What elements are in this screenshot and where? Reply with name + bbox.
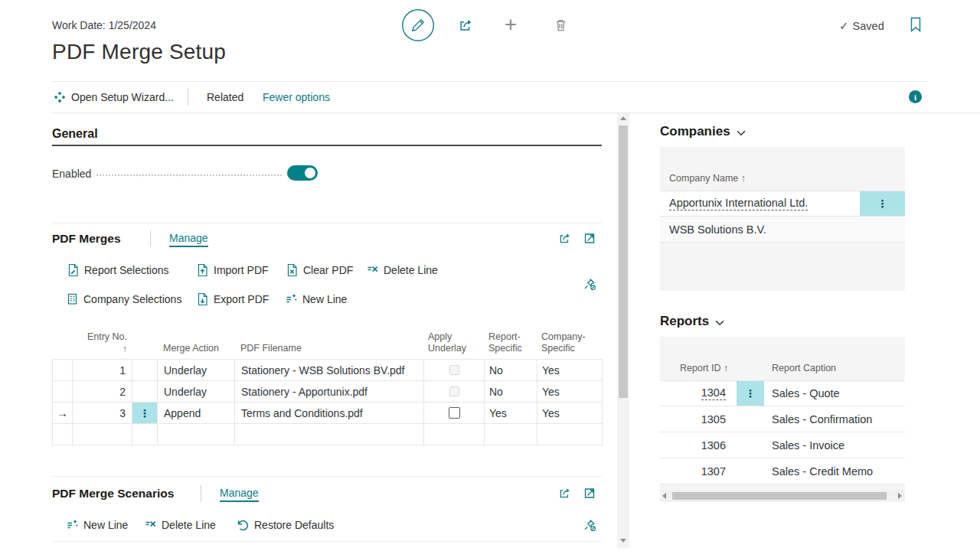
empty-cell[interactable] xyxy=(158,424,235,445)
report-specific-link[interactable]: No xyxy=(485,381,537,403)
entry-no-cell[interactable]: 3 xyxy=(73,403,132,424)
column-row-menu xyxy=(132,324,157,358)
toolbar-bottom-border xyxy=(52,112,980,113)
reports-heading[interactable]: Reports xyxy=(660,314,724,329)
scroll-down-arrow-icon[interactable] xyxy=(620,539,626,543)
report-specific-link[interactable]: Yes xyxy=(485,403,537,424)
pdf-merges-manage-tab[interactable]: Manage xyxy=(169,232,208,247)
report-caption-text: Sales - Quote xyxy=(772,381,840,406)
scenarios-pin-button[interactable] xyxy=(583,518,596,532)
edit-button[interactable] xyxy=(401,8,435,42)
delete-button[interactable] xyxy=(553,17,569,33)
company-specific-link[interactable]: Yes xyxy=(537,403,603,424)
row-indicator-cell xyxy=(53,360,73,381)
merge-action-cell[interactable]: Underlay xyxy=(158,381,235,403)
entry-no-cell[interactable]: 2 xyxy=(73,381,132,403)
merge-action-cell[interactable]: Underlay xyxy=(158,360,235,381)
delete-line-button[interactable]: Delete Line xyxy=(366,263,438,276)
pdf-merge-setup-page: Work Date: 1/25/2024 + ✓ Saved PDF Merge… xyxy=(0,0,980,551)
report-row[interactable]: 1307 Sales - Credit Memo xyxy=(660,458,905,484)
company-specific-link[interactable]: Yes xyxy=(537,360,603,381)
scenarios-focus-button[interactable] xyxy=(583,486,596,500)
companies-heading[interactable]: Companies xyxy=(660,124,746,139)
company-name-link[interactable]: Apportunix International Ltd. xyxy=(669,197,808,210)
report-row[interactable]: 1306 Sales - Invoice xyxy=(660,432,905,458)
work-date: Work Date: 1/25/2024 xyxy=(52,19,156,31)
company-name-text[interactable]: WSB Solutions B.V. xyxy=(669,223,766,236)
row-indicator-cell xyxy=(53,381,73,403)
report-caption-column-header[interactable]: Report Caption xyxy=(772,363,836,373)
scenarios-manage-tab[interactable]: Manage xyxy=(220,487,259,502)
report-row-menu-button[interactable]: ⋮ xyxy=(737,381,764,406)
info-button[interactable]: i xyxy=(909,90,922,103)
column-report-specific[interactable]: Report-Specific xyxy=(484,324,537,358)
export-pdf-button[interactable]: Export PDF xyxy=(195,292,269,306)
fewer-options-button[interactable]: Fewer options xyxy=(263,91,330,103)
report-row[interactable]: 1305 Sales - Confirmation xyxy=(660,406,905,432)
clear-pdf-button[interactable]: Clear PDF xyxy=(285,263,353,277)
general-section-heading[interactable]: General xyxy=(52,127,98,141)
apply-underlay-cell xyxy=(424,360,485,381)
share-icon xyxy=(557,486,572,500)
company-row[interactable]: WSB Solutions B.V. xyxy=(660,217,905,243)
report-caption-text: Sales - Confirmation xyxy=(772,406,872,432)
reports-card: Report ID ↑ Report Caption 1304 ⋮ Sales … xyxy=(660,337,905,502)
horizontal-scrollbar-track[interactable] xyxy=(660,490,905,502)
pdf-filename-link[interactable]: Terms and Conditions.pdf xyxy=(235,403,424,424)
pdf-merges-pin-button[interactable] xyxy=(583,277,596,291)
import-pdf-button[interactable]: Import PDF xyxy=(195,263,269,277)
report-row-selected[interactable]: 1304 ⋮ Sales - Quote xyxy=(660,380,905,406)
pdf-filename-link[interactable]: Stationery - Apportunix.pdf xyxy=(235,381,424,403)
column-apply-underlay[interactable]: Apply Underlay xyxy=(423,324,484,358)
scroll-right-arrow-icon[interactable] xyxy=(898,493,902,499)
bookmark-button[interactable] xyxy=(910,17,922,33)
column-company-specific[interactable]: Company-Specific xyxy=(537,324,602,358)
scroll-left-arrow-icon[interactable] xyxy=(662,493,666,499)
scroll-up-arrow-icon[interactable] xyxy=(620,116,626,120)
column-gutter xyxy=(52,324,72,358)
row-indicator-cell: → xyxy=(53,403,73,424)
pdf-merges-share-button[interactable] xyxy=(557,231,572,246)
open-setup-wizard-button[interactable]: Open Setup Wizard... xyxy=(54,91,174,103)
add-button[interactable]: + xyxy=(505,13,517,37)
company-selections-button[interactable]: Company Selections xyxy=(66,292,181,305)
pdf-merges-focus-button[interactable] xyxy=(583,231,596,245)
pdf-filename-link[interactable]: Stationery - WSB Solutions BV.pdf xyxy=(235,360,424,381)
column-merge-action[interactable]: Merge Action xyxy=(157,324,234,358)
share-icon xyxy=(457,17,474,34)
empty-cell[interactable] xyxy=(235,424,424,445)
restore-defaults-button[interactable]: Restore Defaults xyxy=(236,518,334,532)
report-id-link[interactable]: 1304 xyxy=(701,386,726,400)
scenarios-new-line-button[interactable]: New Line xyxy=(66,518,128,531)
company-row-selected[interactable]: Apportunix International Ltd. ⋮ xyxy=(660,191,905,217)
empty-cell xyxy=(132,424,158,445)
company-name-column-header[interactable]: Company Name ↑ xyxy=(669,173,746,184)
merge-action-cell[interactable]: Append xyxy=(158,403,235,424)
company-specific-link[interactable]: Yes xyxy=(537,381,603,403)
new-line-button[interactable]: New Line xyxy=(285,292,347,305)
share-button[interactable] xyxy=(457,17,474,34)
horizontal-scrollbar-thumb[interactable] xyxy=(672,492,887,500)
report-id-column-header[interactable]: Report ID ↑ xyxy=(680,363,728,373)
company-row-menu-button[interactable]: ⋮ xyxy=(860,191,905,216)
column-entry-no[interactable]: Entry No. ↑ xyxy=(72,324,132,358)
report-specific-link[interactable]: No xyxy=(485,360,537,381)
apply-underlay-checkbox[interactable] xyxy=(449,407,460,419)
enabled-toggle[interactable] xyxy=(287,165,318,181)
empty-cell[interactable] xyxy=(73,424,132,445)
report-id-header-label: Report ID xyxy=(680,363,721,373)
checkmark-icon: ✓ xyxy=(839,19,849,33)
report-selections-button[interactable]: Report Selections xyxy=(66,263,169,277)
scenarios-delete-line-button[interactable]: Delete Line xyxy=(144,518,216,531)
clear-pdf-icon xyxy=(285,263,299,277)
vertical-scrollbar-thumb[interactable] xyxy=(619,126,628,398)
column-pdf-filename[interactable]: PDF Filename xyxy=(234,324,423,358)
row-menu-button[interactable]: ⋮ xyxy=(132,403,158,424)
row-menu-cell xyxy=(132,360,158,381)
apply-underlay-cell xyxy=(424,403,485,424)
entry-no-cell[interactable]: 1 xyxy=(73,360,132,381)
related-menu[interactable]: Related xyxy=(207,91,243,103)
report-caption-text: Sales - Credit Memo xyxy=(772,458,873,484)
pdf-merges-table-header: Entry No. ↑ Merge Action PDF Filename Ap… xyxy=(52,324,602,358)
scenarios-share-button[interactable] xyxy=(557,486,572,500)
